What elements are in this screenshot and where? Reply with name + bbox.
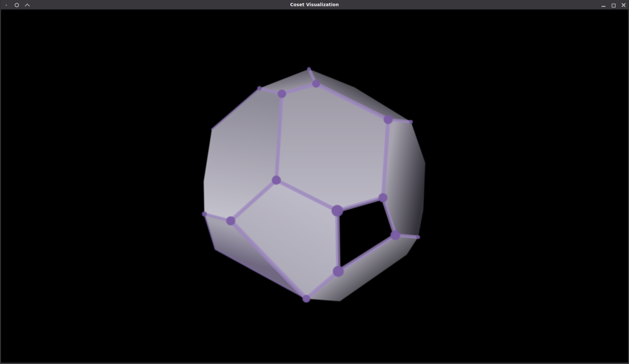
vertex-dot (278, 90, 286, 98)
polyhedron (202, 67, 425, 303)
titlebar: Coset Visualization (1, 0, 628, 9)
app-window: Coset Visualization (0, 0, 629, 364)
vertex-dot (378, 193, 387, 202)
edge (337, 211, 338, 271)
silhouette-nub (416, 235, 420, 239)
3d-viewport[interactable] (1, 0, 628, 363)
minimize-icon (602, 6, 605, 7)
vertex-dot (390, 230, 400, 240)
vertex-dot (302, 295, 310, 303)
vertex-dot (312, 80, 320, 88)
vertex-dot (333, 266, 344, 277)
window-title: Coset Visualization (1, 0, 628, 9)
vertex-dot (226, 216, 235, 225)
vertex-dot (272, 175, 281, 185)
close-button[interactable] (620, 0, 627, 9)
silhouette-nub (202, 211, 207, 217)
silhouette-nub (409, 120, 413, 124)
silhouette-nub (307, 67, 311, 71)
silhouette-nub (257, 86, 262, 91)
vertex-dot (383, 115, 393, 124)
maximize-icon (612, 4, 616, 8)
maximize-button[interactable] (609, 0, 617, 9)
minimize-button[interactable] (600, 0, 607, 9)
vertex-dot (332, 205, 343, 217)
